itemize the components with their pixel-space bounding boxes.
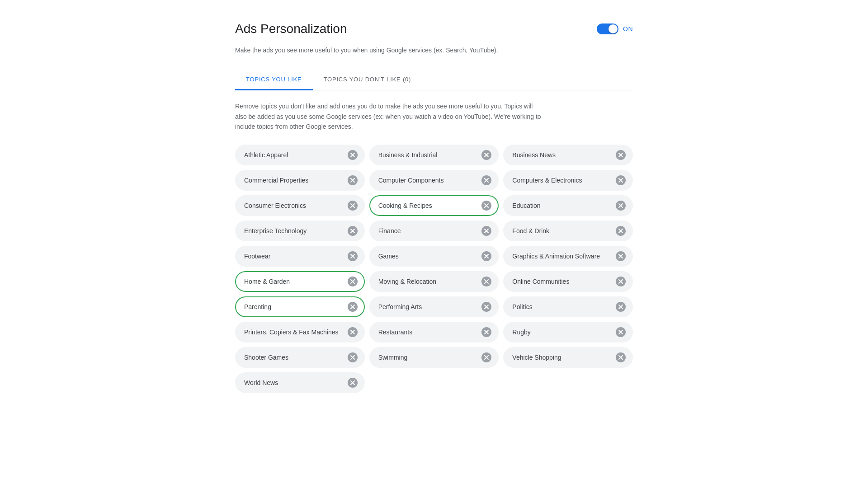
topic-chip-label: Graphics & Animation Software <box>512 253 600 260</box>
topic-chip: Vehicle Shopping <box>503 347 633 368</box>
topic-chip: World News <box>235 372 365 393</box>
topic-chip-label: Printers, Copiers & Fax Machines <box>244 328 339 336</box>
topic-chip: Shooter Games <box>235 347 365 368</box>
remove-topic-button[interactable] <box>616 201 626 211</box>
topic-chip: Graphics & Animation Software <box>503 246 633 267</box>
remove-topic-button[interactable] <box>348 327 358 337</box>
topic-chip: Consumer Electronics <box>235 195 365 216</box>
topic-chip-label: Business News <box>512 151 556 159</box>
topic-chip: Games <box>369 246 499 267</box>
topic-chip: Enterprise Technology <box>235 221 365 241</box>
remove-topic-button[interactable] <box>348 352 358 362</box>
topic-chip-label: Games <box>378 253 399 260</box>
remove-topic-button[interactable] <box>616 327 626 337</box>
remove-topic-button[interactable] <box>616 251 626 261</box>
remove-topic-button[interactable] <box>481 226 491 236</box>
topic-chip: Food & Drink <box>503 221 633 241</box>
toggle-switch[interactable] <box>597 23 618 34</box>
topic-chip: Education <box>503 195 633 216</box>
remove-topic-button[interactable] <box>348 201 358 211</box>
topic-chip: Parenting <box>235 296 365 317</box>
page-title: Ads Personalization <box>235 22 347 36</box>
remove-topic-button[interactable] <box>481 277 491 286</box>
topic-chip: Finance <box>369 221 499 241</box>
remove-topic-button[interactable] <box>616 175 626 185</box>
topic-chip-label: Politics <box>512 303 532 310</box>
topics-grid: Athletic Apparel Business & Industrial B… <box>235 145 633 393</box>
topic-chip: Politics <box>503 296 633 317</box>
topic-chip-label: Consumer Electronics <box>244 202 306 209</box>
topic-chip-label: Restaurants <box>378 328 412 336</box>
remove-topic-button[interactable] <box>348 251 358 261</box>
topic-chip: Computers & Electronics <box>503 170 633 191</box>
topic-chip-label: Computers & Electronics <box>512 177 582 184</box>
topic-chip-label: Online Communities <box>512 278 569 285</box>
page-subtitle: Make the ads you see more useful to you … <box>235 45 633 55</box>
topic-chip: Athletic Apparel <box>235 145 365 165</box>
topic-chip-label: Vehicle Shopping <box>512 354 561 361</box>
topic-chip: Printers, Copiers & Fax Machines <box>235 322 365 343</box>
remove-topic-button[interactable] <box>481 201 491 211</box>
remove-topic-button[interactable] <box>348 226 358 236</box>
topic-chip-label: Business & Industrial <box>378 151 438 159</box>
topic-chip-label: Education <box>512 202 540 209</box>
topic-chip-label: Footwear <box>244 253 270 260</box>
remove-topic-button[interactable] <box>481 327 491 337</box>
remove-topic-button[interactable] <box>616 150 626 160</box>
topic-chip-label: Swimming <box>378 354 408 361</box>
remove-topic-button[interactable] <box>616 277 626 286</box>
topic-chip-label: Finance <box>378 227 401 235</box>
topic-chip: Swimming <box>369 347 499 368</box>
remove-topic-button[interactable] <box>481 251 491 261</box>
toggle-label: ON <box>623 25 633 33</box>
topic-chip-label: Shooter Games <box>244 354 288 361</box>
topic-chip: Commercial Properties <box>235 170 365 191</box>
remove-topic-button[interactable] <box>348 277 358 286</box>
topic-chip-label: Enterprise Technology <box>244 227 307 235</box>
tab-topics-dislike[interactable]: TOPICS YOU DON'T LIKE (0) <box>313 70 422 90</box>
topic-chip-label: World News <box>244 379 278 386</box>
topic-chip: Moving & Relocation <box>369 271 499 292</box>
topic-chip-label: Parenting <box>244 303 271 310</box>
remove-topic-button[interactable] <box>616 226 626 236</box>
topic-chip: Cooking & Recipes <box>369 195 499 216</box>
topic-chip-label: Cooking & Recipes <box>378 202 432 209</box>
remove-topic-button[interactable] <box>348 302 358 312</box>
topic-chip-label: Performing Arts <box>378 303 422 310</box>
topic-chip-label: Moving & Relocation <box>378 278 436 285</box>
topic-chip-label: Rugby <box>512 328 530 336</box>
topic-chip: Business & Industrial <box>369 145 499 165</box>
topic-chip-label: Food & Drink <box>512 227 549 235</box>
topic-chip: Performing Arts <box>369 296 499 317</box>
topic-chip: Restaurants <box>369 322 499 343</box>
topic-chip: Footwear <box>235 246 365 267</box>
topic-chip: Business News <box>503 145 633 165</box>
remove-topic-button[interactable] <box>348 150 358 160</box>
remove-topic-button[interactable] <box>481 302 491 312</box>
remove-topic-button[interactable] <box>616 302 626 312</box>
toggle-area[interactable]: ON <box>597 23 633 34</box>
tabs-container: TOPICS YOU LIKE TOPICS YOU DON'T LIKE (0… <box>235 70 633 90</box>
topic-chip: Computer Components <box>369 170 499 191</box>
topic-chip: Online Communities <box>503 271 633 292</box>
page-container: Ads Personalization ON Make the ads you … <box>217 0 651 415</box>
tab-topics-like[interactable]: TOPICS YOU LIKE <box>235 70 313 90</box>
topic-chip: Rugby <box>503 322 633 343</box>
remove-topic-button[interactable] <box>348 175 358 185</box>
header-row: Ads Personalization ON <box>235 22 633 36</box>
topic-chip-label: Home & Garden <box>244 278 290 285</box>
section-description: Remove topics you don't like and add one… <box>235 101 542 131</box>
remove-topic-button[interactable] <box>616 352 626 362</box>
topic-chip-label: Commercial Properties <box>244 177 308 184</box>
remove-topic-button[interactable] <box>481 352 491 362</box>
topic-chip-label: Computer Components <box>378 177 444 184</box>
remove-topic-button[interactable] <box>481 175 491 185</box>
remove-topic-button[interactable] <box>481 150 491 160</box>
topic-chip: Home & Garden <box>235 271 365 292</box>
remove-topic-button[interactable] <box>348 378 358 388</box>
toggle-thumb <box>609 24 618 33</box>
topic-chip-label: Athletic Apparel <box>244 151 288 159</box>
